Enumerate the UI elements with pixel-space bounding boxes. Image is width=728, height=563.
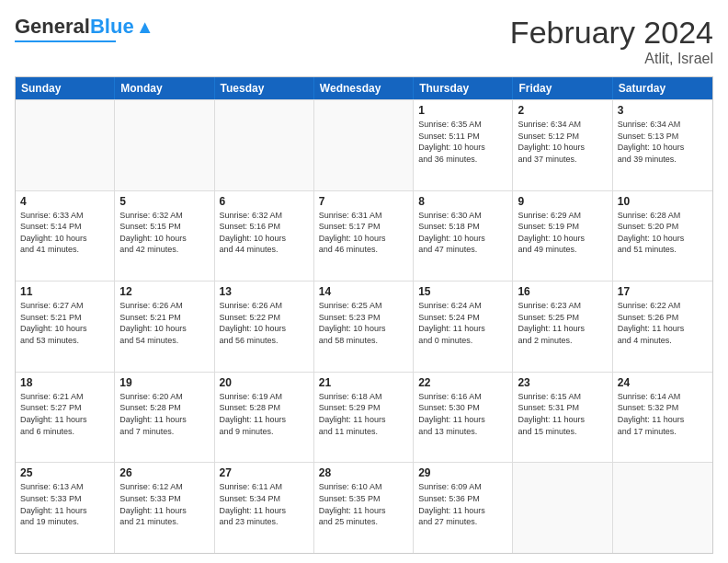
calendar-cell: 20Sunrise: 6:19 AM Sunset: 5:28 PM Dayli… [215,373,314,463]
day-info: Sunrise: 6:27 AM Sunset: 5:21 PM Dayligh… [20,300,109,346]
weekday-header: Friday [513,77,612,99]
calendar-title: February 2024 [510,15,713,51]
calendar-cell: 13Sunrise: 6:26 AM Sunset: 5:22 PM Dayli… [215,282,314,372]
day-number: 22 [418,376,507,389]
calendar-cell: 22Sunrise: 6:16 AM Sunset: 5:30 PM Dayli… [414,373,513,463]
day-info: Sunrise: 6:16 AM Sunset: 5:30 PM Dayligh… [418,391,507,437]
calendar-cell: 6Sunrise: 6:32 AM Sunset: 5:16 PM Daylig… [215,191,314,282]
day-info: Sunrise: 6:33 AM Sunset: 5:14 PM Dayligh… [20,210,109,256]
page: General Blue ▲ February 2024 Atlit, Isra… [0,0,728,563]
calendar: SundayMondayTuesdayWednesdayThursdayFrid… [15,76,713,554]
day-info: Sunrise: 6:20 AM Sunset: 5:28 PM Dayligh… [119,391,209,437]
day-number: 10 [618,195,708,208]
calendar-cell [215,100,314,190]
weekday-header: Monday [115,77,214,99]
day-info: Sunrise: 6:13 AM Sunset: 5:33 PM Dayligh… [20,481,109,527]
calendar-row: 4Sunrise: 6:33 AM Sunset: 5:14 PM Daylig… [16,190,712,282]
day-number: 5 [119,195,209,208]
calendar-cell: 14Sunrise: 6:25 AM Sunset: 5:23 PM Dayli… [314,282,414,372]
calendar-header: SundayMondayTuesdayWednesdayThursdayFrid… [16,77,712,99]
day-info: Sunrise: 6:34 AM Sunset: 5:12 PM Dayligh… [518,119,607,165]
calendar-cell: 29Sunrise: 6:09 AM Sunset: 5:36 PM Dayli… [414,463,513,553]
calendar-cell: 3Sunrise: 6:34 AM Sunset: 5:13 PM Daylig… [613,100,712,190]
day-number: 21 [319,376,408,389]
day-info: Sunrise: 6:26 AM Sunset: 5:21 PM Dayligh… [119,300,209,346]
day-info: Sunrise: 6:12 AM Sunset: 5:33 PM Dayligh… [119,481,209,527]
day-info: Sunrise: 6:24 AM Sunset: 5:24 PM Dayligh… [418,300,507,346]
day-info: Sunrise: 6:32 AM Sunset: 5:16 PM Dayligh… [220,210,309,256]
calendar-subtitle: Atlit, Israel [510,51,713,67]
day-info: Sunrise: 6:22 AM Sunset: 5:26 PM Dayligh… [618,300,708,346]
weekday-header: Saturday [613,77,712,99]
day-number: 14 [319,285,408,298]
weekday-header: Thursday [414,77,513,99]
calendar-cell: 25Sunrise: 6:13 AM Sunset: 5:33 PM Dayli… [16,463,115,553]
day-info: Sunrise: 6:28 AM Sunset: 5:20 PM Dayligh… [618,210,708,256]
day-number: 15 [418,285,507,298]
calendar-cell: 23Sunrise: 6:15 AM Sunset: 5:31 PM Dayli… [513,373,612,463]
day-number: 29 [418,466,507,479]
logo-divider [15,40,116,42]
calendar-cell [613,463,712,553]
day-info: Sunrise: 6:09 AM Sunset: 5:36 PM Dayligh… [418,481,507,527]
calendar-cell: 21Sunrise: 6:18 AM Sunset: 5:29 PM Dayli… [314,373,414,463]
day-info: Sunrise: 6:19 AM Sunset: 5:28 PM Dayligh… [220,391,309,437]
calendar-row: 1Sunrise: 6:35 AM Sunset: 5:11 PM Daylig… [16,99,712,190]
calendar-cell: 18Sunrise: 6:21 AM Sunset: 5:27 PM Dayli… [16,373,115,463]
day-info: Sunrise: 6:32 AM Sunset: 5:15 PM Dayligh… [119,210,209,256]
logo-bird-icon: ▲ [136,17,154,38]
day-info: Sunrise: 6:18 AM Sunset: 5:29 PM Dayligh… [319,391,408,437]
logo-blue: Blue [90,15,134,39]
calendar-cell: 28Sunrise: 6:10 AM Sunset: 5:35 PM Dayli… [314,463,414,553]
day-number: 2 [518,104,607,117]
day-number: 25 [20,466,109,479]
day-number: 3 [618,104,708,117]
calendar-cell: 7Sunrise: 6:31 AM Sunset: 5:17 PM Daylig… [314,191,414,282]
day-number: 13 [220,285,309,298]
calendar-cell: 11Sunrise: 6:27 AM Sunset: 5:21 PM Dayli… [16,282,115,372]
day-info: Sunrise: 6:23 AM Sunset: 5:25 PM Dayligh… [518,300,607,346]
day-number: 9 [518,195,607,208]
calendar-cell [16,100,115,190]
title-area: February 2024 Atlit, Israel [510,15,713,67]
calendar-cell: 17Sunrise: 6:22 AM Sunset: 5:26 PM Dayli… [613,282,712,372]
calendar-cell: 16Sunrise: 6:23 AM Sunset: 5:25 PM Dayli… [513,282,612,372]
day-number: 23 [518,376,607,389]
weekday-header: Sunday [16,77,115,99]
calendar-cell: 9Sunrise: 6:29 AM Sunset: 5:19 PM Daylig… [513,191,612,282]
day-info: Sunrise: 6:31 AM Sunset: 5:17 PM Dayligh… [319,210,408,256]
day-number: 11 [20,285,109,298]
calendar-cell: 27Sunrise: 6:11 AM Sunset: 5:34 PM Dayli… [215,463,314,553]
day-number: 27 [220,466,309,479]
day-number: 18 [20,376,109,389]
day-info: Sunrise: 6:35 AM Sunset: 5:11 PM Dayligh… [418,119,507,165]
day-number: 6 [220,195,309,208]
day-info: Sunrise: 6:29 AM Sunset: 5:19 PM Dayligh… [518,210,607,256]
calendar-row: 11Sunrise: 6:27 AM Sunset: 5:21 PM Dayli… [16,281,712,372]
header: General Blue ▲ February 2024 Atlit, Isra… [15,15,713,67]
day-info: Sunrise: 6:14 AM Sunset: 5:32 PM Dayligh… [618,391,708,437]
day-info: Sunrise: 6:30 AM Sunset: 5:18 PM Dayligh… [418,210,507,256]
day-info: Sunrise: 6:10 AM Sunset: 5:35 PM Dayligh… [319,481,408,527]
calendar-cell [314,100,414,190]
calendar-cell: 26Sunrise: 6:12 AM Sunset: 5:33 PM Dayli… [115,463,214,553]
day-info: Sunrise: 6:11 AM Sunset: 5:34 PM Dayligh… [220,481,309,527]
day-number: 28 [319,466,408,479]
calendar-cell: 4Sunrise: 6:33 AM Sunset: 5:14 PM Daylig… [16,191,115,282]
weekday-header: Wednesday [314,77,414,99]
day-info: Sunrise: 6:25 AM Sunset: 5:23 PM Dayligh… [319,300,408,346]
day-number: 16 [518,285,607,298]
day-number: 12 [119,285,209,298]
day-number: 20 [220,376,309,389]
logo: General Blue ▲ [15,15,154,42]
day-number: 17 [618,285,708,298]
calendar-cell: 24Sunrise: 6:14 AM Sunset: 5:32 PM Dayli… [613,373,712,463]
calendar-cell: 8Sunrise: 6:30 AM Sunset: 5:18 PM Daylig… [414,191,513,282]
day-info: Sunrise: 6:26 AM Sunset: 5:22 PM Dayligh… [220,300,309,346]
day-info: Sunrise: 6:34 AM Sunset: 5:13 PM Dayligh… [618,119,708,165]
day-number: 19 [119,376,209,389]
calendar-cell [513,463,612,553]
day-number: 24 [618,376,708,389]
calendar-cell: 5Sunrise: 6:32 AM Sunset: 5:15 PM Daylig… [115,191,214,282]
day-number: 7 [319,195,408,208]
